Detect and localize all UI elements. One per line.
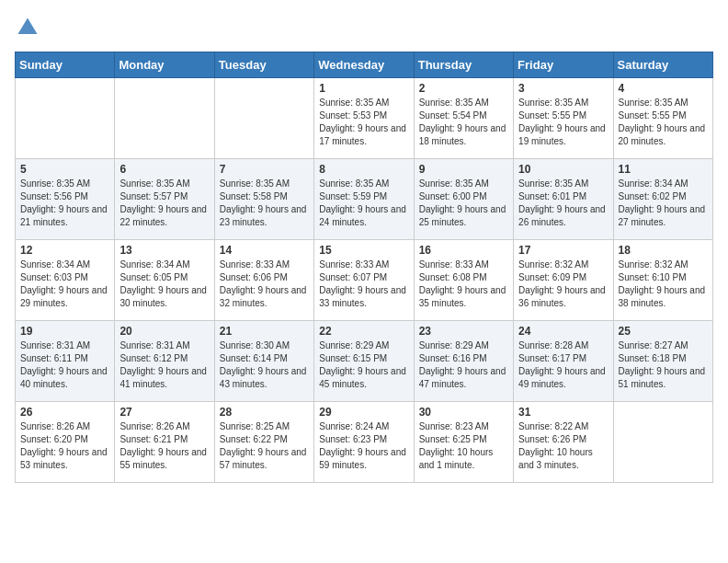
- day-info: Sunrise: 8:32 AM Sunset: 6:09 PM Dayligh…: [518, 259, 608, 310]
- day-number: 30: [419, 406, 508, 419]
- day-number: 31: [518, 406, 608, 419]
- calendar-cell: 20Sunrise: 8:31 AM Sunset: 6:12 PM Dayli…: [115, 321, 214, 402]
- day-number: 16: [419, 244, 508, 257]
- calendar-cell: 7Sunrise: 8:35 AM Sunset: 5:58 PM Daylig…: [214, 159, 313, 240]
- weekday-header: Tuesday: [214, 52, 313, 78]
- day-number: 9: [419, 163, 508, 176]
- day-info: Sunrise: 8:33 AM Sunset: 6:06 PM Dayligh…: [220, 259, 309, 310]
- day-number: 27: [119, 406, 209, 419]
- calendar-cell: 26Sunrise: 8:26 AM Sunset: 6:20 PM Dayli…: [16, 402, 115, 483]
- day-info: Sunrise: 8:35 AM Sunset: 6:01 PM Dayligh…: [518, 178, 608, 229]
- calendar-cell: 3Sunrise: 8:35 AM Sunset: 5:55 PM Daylig…: [514, 78, 613, 159]
- calendar-cell: 27Sunrise: 8:26 AM Sunset: 6:21 PM Dayli…: [115, 402, 214, 483]
- calendar-cell: 19Sunrise: 8:31 AM Sunset: 6:11 PM Dayli…: [16, 321, 115, 402]
- day-number: 22: [319, 325, 408, 338]
- page-header: [15, 15, 713, 40]
- calendar-cell: [613, 402, 712, 483]
- logo-icon: [15, 15, 40, 40]
- day-info: Sunrise: 8:35 AM Sunset: 6:00 PM Dayligh…: [419, 178, 508, 229]
- day-info: Sunrise: 8:35 AM Sunset: 5:55 PM Dayligh…: [619, 97, 708, 148]
- day-number: 6: [119, 163, 209, 176]
- day-number: 8: [319, 163, 408, 176]
- calendar-cell: 1Sunrise: 8:35 AM Sunset: 5:53 PM Daylig…: [314, 78, 414, 159]
- day-info: Sunrise: 8:33 AM Sunset: 6:07 PM Dayligh…: [319, 259, 408, 310]
- calendar-cell: [214, 78, 313, 159]
- weekday-header: Monday: [115, 52, 214, 78]
- day-info: Sunrise: 8:22 AM Sunset: 6:26 PM Dayligh…: [518, 420, 608, 472]
- day-number: 14: [220, 244, 309, 257]
- day-number: 10: [518, 163, 608, 176]
- calendar-week-row: 19Sunrise: 8:31 AM Sunset: 6:11 PM Dayli…: [16, 321, 713, 402]
- day-number: 28: [220, 406, 309, 419]
- day-info: Sunrise: 8:35 AM Sunset: 5:59 PM Dayligh…: [319, 178, 408, 229]
- calendar-cell: 28Sunrise: 8:25 AM Sunset: 6:22 PM Dayli…: [214, 402, 313, 483]
- day-number: 26: [20, 406, 109, 419]
- calendar-cell: [16, 78, 115, 159]
- day-number: 20: [119, 325, 209, 338]
- day-info: Sunrise: 8:32 AM Sunset: 6:10 PM Dayligh…: [619, 259, 708, 310]
- weekday-header: Saturday: [613, 52, 712, 78]
- day-number: 29: [319, 406, 408, 419]
- day-info: Sunrise: 8:35 AM Sunset: 5:53 PM Dayligh…: [319, 97, 408, 148]
- calendar-cell: 11Sunrise: 8:34 AM Sunset: 6:02 PM Dayli…: [613, 159, 712, 240]
- day-info: Sunrise: 8:28 AM Sunset: 6:17 PM Dayligh…: [518, 339, 608, 391]
- calendar-cell: 9Sunrise: 8:35 AM Sunset: 6:00 PM Daylig…: [414, 159, 513, 240]
- day-info: Sunrise: 8:35 AM Sunset: 5:54 PM Dayligh…: [419, 97, 508, 148]
- day-info: Sunrise: 8:31 AM Sunset: 6:12 PM Dayligh…: [119, 339, 209, 391]
- day-number: 1: [319, 82, 408, 95]
- day-info: Sunrise: 8:26 AM Sunset: 6:21 PM Dayligh…: [119, 420, 209, 472]
- day-number: 19: [20, 325, 109, 338]
- day-number: 17: [518, 244, 608, 257]
- day-number: 13: [119, 244, 209, 257]
- day-info: Sunrise: 8:30 AM Sunset: 6:14 PM Dayligh…: [220, 339, 309, 391]
- day-info: Sunrise: 8:25 AM Sunset: 6:22 PM Dayligh…: [220, 420, 309, 472]
- day-info: Sunrise: 8:33 AM Sunset: 6:08 PM Dayligh…: [419, 259, 508, 310]
- calendar-cell: 25Sunrise: 8:27 AM Sunset: 6:18 PM Dayli…: [613, 321, 712, 402]
- day-info: Sunrise: 8:29 AM Sunset: 6:15 PM Dayligh…: [319, 339, 408, 391]
- calendar-cell: 23Sunrise: 8:29 AM Sunset: 6:16 PM Dayli…: [414, 321, 513, 402]
- day-info: Sunrise: 8:27 AM Sunset: 6:18 PM Dayligh…: [619, 339, 708, 391]
- day-info: Sunrise: 8:26 AM Sunset: 6:20 PM Dayligh…: [20, 420, 109, 472]
- calendar-cell: 18Sunrise: 8:32 AM Sunset: 6:10 PM Dayli…: [613, 240, 712, 321]
- calendar-week-row: 1Sunrise: 8:35 AM Sunset: 5:53 PM Daylig…: [16, 78, 713, 159]
- weekday-header: Thursday: [414, 52, 513, 78]
- weekday-header: Sunday: [16, 52, 115, 78]
- calendar-week-row: 5Sunrise: 8:35 AM Sunset: 5:56 PM Daylig…: [16, 159, 713, 240]
- calendar-table: SundayMondayTuesdayWednesdayThursdayFrid…: [15, 52, 713, 483]
- day-info: Sunrise: 8:35 AM Sunset: 5:56 PM Dayligh…: [20, 178, 109, 229]
- day-info: Sunrise: 8:35 AM Sunset: 5:57 PM Dayligh…: [119, 178, 209, 229]
- weekday-header: Wednesday: [314, 52, 414, 78]
- calendar-cell: 17Sunrise: 8:32 AM Sunset: 6:09 PM Dayli…: [514, 240, 613, 321]
- calendar-cell: 22Sunrise: 8:29 AM Sunset: 6:15 PM Dayli…: [314, 321, 414, 402]
- calendar-header-row: SundayMondayTuesdayWednesdayThursdayFrid…: [16, 52, 713, 78]
- calendar-week-row: 26Sunrise: 8:26 AM Sunset: 6:20 PM Dayli…: [16, 402, 713, 483]
- day-info: Sunrise: 8:34 AM Sunset: 6:02 PM Dayligh…: [619, 178, 708, 229]
- weekday-header: Friday: [514, 52, 613, 78]
- calendar-week-row: 12Sunrise: 8:34 AM Sunset: 6:03 PM Dayli…: [16, 240, 713, 321]
- day-info: Sunrise: 8:35 AM Sunset: 5:55 PM Dayligh…: [518, 97, 608, 148]
- day-info: Sunrise: 8:34 AM Sunset: 6:03 PM Dayligh…: [20, 259, 109, 310]
- calendar-cell: 13Sunrise: 8:34 AM Sunset: 6:05 PM Dayli…: [115, 240, 214, 321]
- day-number: 21: [220, 325, 309, 338]
- calendar-cell: [115, 78, 214, 159]
- calendar-cell: 15Sunrise: 8:33 AM Sunset: 6:07 PM Dayli…: [314, 240, 414, 321]
- day-info: Sunrise: 8:35 AM Sunset: 5:58 PM Dayligh…: [220, 178, 309, 229]
- svg-marker-0: [18, 18, 38, 35]
- day-number: 5: [20, 163, 109, 176]
- day-number: 15: [319, 244, 408, 257]
- day-number: 25: [619, 325, 708, 338]
- calendar-cell: 24Sunrise: 8:28 AM Sunset: 6:17 PM Dayli…: [514, 321, 613, 402]
- day-info: Sunrise: 8:34 AM Sunset: 6:05 PM Dayligh…: [119, 259, 209, 310]
- calendar-cell: 30Sunrise: 8:23 AM Sunset: 6:25 PM Dayli…: [414, 402, 513, 483]
- calendar-cell: 29Sunrise: 8:24 AM Sunset: 6:23 PM Dayli…: [314, 402, 414, 483]
- day-number: 2: [419, 82, 508, 95]
- calendar-cell: 5Sunrise: 8:35 AM Sunset: 5:56 PM Daylig…: [16, 159, 115, 240]
- calendar-cell: 21Sunrise: 8:30 AM Sunset: 6:14 PM Dayli…: [214, 321, 313, 402]
- day-number: 3: [518, 82, 608, 95]
- day-info: Sunrise: 8:31 AM Sunset: 6:11 PM Dayligh…: [20, 339, 109, 391]
- day-info: Sunrise: 8:24 AM Sunset: 6:23 PM Dayligh…: [319, 420, 408, 472]
- calendar-cell: 10Sunrise: 8:35 AM Sunset: 6:01 PM Dayli…: [514, 159, 613, 240]
- day-number: 4: [619, 82, 708, 95]
- day-number: 23: [419, 325, 508, 338]
- day-info: Sunrise: 8:23 AM Sunset: 6:25 PM Dayligh…: [419, 420, 508, 472]
